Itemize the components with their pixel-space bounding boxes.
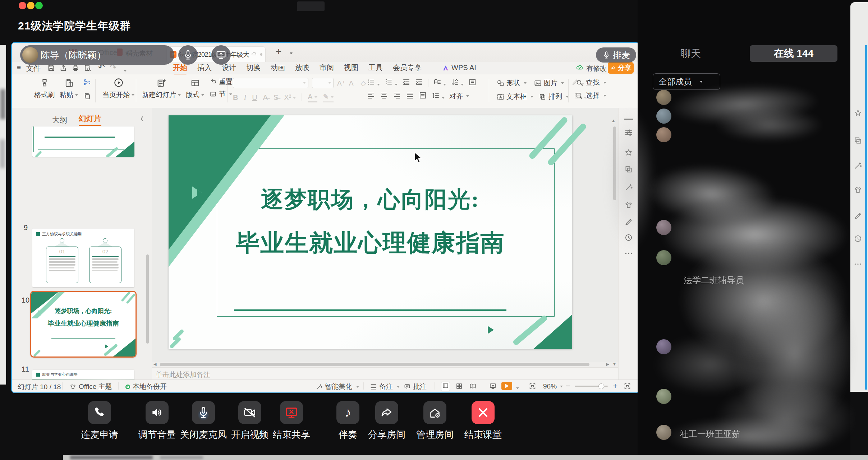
align-right-button[interactable] — [393, 91, 401, 101]
slide-thumbnail-8-partial[interactable] — [32, 126, 134, 157]
panel-scrollbar[interactable] — [146, 254, 149, 344]
justify-button[interactable] — [406, 91, 414, 101]
notes-bar[interactable]: 单击此处添加备注 — [152, 367, 619, 380]
tab-member[interactable]: 会员专享 — [393, 63, 422, 73]
align-center-button[interactable] — [380, 91, 388, 101]
char-spacing-button[interactable]: A̶ — [263, 93, 268, 102]
distribute-button[interactable] — [419, 91, 427, 101]
picture-button[interactable]: 图片 — [534, 78, 564, 88]
superscript-button[interactable]: X² — [284, 93, 296, 102]
slideshow-icon[interactable] — [489, 382, 497, 392]
new-slide-button[interactable]: 新建幻灯片 — [142, 77, 181, 100]
tab-review[interactable]: 审阅 — [320, 63, 334, 73]
cut-icon[interactable] — [83, 78, 92, 88]
local-backup-status[interactable]: 本地备份开 — [125, 382, 167, 391]
increase-font-icon[interactable]: A⁺ — [337, 79, 345, 87]
share-button[interactable]: 分享 — [608, 62, 634, 74]
decrease-font-icon[interactable]: A⁻ — [349, 79, 357, 87]
slide-sorter-view-button[interactable] — [455, 382, 463, 392]
save-icon[interactable] — [47, 64, 55, 74]
slides-tab[interactable]: 幻灯片 — [79, 114, 101, 126]
decrease-indent-button[interactable] — [402, 78, 410, 88]
format-painter-button[interactable]: 格式刷 — [34, 77, 55, 102]
share-room-button[interactable]: 分享房间 — [368, 401, 405, 441]
section-button[interactable]: 节 — [209, 89, 233, 99]
mute-mic-button[interactable]: 关闭麦克风 — [180, 401, 227, 441]
end-class-button[interactable]: 结束课堂 — [464, 401, 502, 441]
slide-canvas-area[interactable]: 逐梦职场，心向阳光: 毕业生就业心理健康指南 ▲ — [152, 108, 619, 362]
shapes-button[interactable]: 形状 — [496, 78, 527, 88]
theme-status[interactable]: Office 主题 — [69, 382, 112, 391]
tab-animation[interactable]: 动画 — [271, 63, 285, 73]
tab-slideshow[interactable]: 放映 — [295, 63, 309, 73]
slide-title-line1[interactable]: 逐梦职场，心向阳光: — [169, 184, 572, 215]
scroll-left-icon[interactable]: ◀ — [153, 362, 156, 367]
text-direction-button[interactable] — [433, 78, 446, 88]
align-box-button[interactable] — [468, 78, 477, 88]
zoom-traffic-light[interactable] — [35, 2, 43, 9]
tab-transition[interactable]: 切换 — [246, 63, 261, 73]
tab-view[interactable]: 视图 — [344, 63, 358, 73]
export-icon[interactable] — [59, 64, 67, 74]
align-left-button[interactable] — [367, 91, 375, 101]
h-scrollbar-thumb[interactable] — [160, 363, 589, 366]
online-tab[interactable]: 在线 144 — [750, 45, 837, 62]
adjust-volume-button[interactable]: 调节音量 — [138, 401, 176, 441]
textbox-button[interactable]: 文本框 — [496, 92, 533, 101]
font-color-button[interactable]: A — [308, 93, 317, 102]
tab-tools[interactable]: 工具 — [368, 63, 383, 73]
zoom-slider-knob[interactable] — [598, 383, 604, 389]
zoom-in-button[interactable]: + — [613, 381, 617, 391]
arrange-button[interactable]: 排列 — [538, 92, 569, 101]
fit-window-button[interactable] — [624, 382, 631, 392]
bullet-list-button[interactable] — [367, 78, 380, 88]
stop-sharing-button[interactable]: 结束共享 — [273, 401, 310, 441]
font-name-select[interactable] — [233, 78, 308, 88]
new-tab-button[interactable]: + — [276, 46, 281, 57]
clear-format-icon[interactable]: ◇ — [360, 79, 366, 87]
align-menu-button[interactable]: 对齐 — [449, 92, 469, 101]
increase-indent-button[interactable] — [415, 78, 423, 88]
start-video-button[interactable]: 开启视频 — [231, 401, 268, 441]
tab-list-chevron-icon[interactable] — [288, 50, 293, 56]
member-filter-dropdown[interactable]: 全部成员 — [653, 73, 720, 90]
tab-wps-ai[interactable]: WPS AI — [442, 64, 476, 72]
numbered-list-button[interactable] — [385, 78, 398, 88]
print-preview-icon[interactable] — [84, 64, 92, 74]
line-spacing-button[interactable] — [432, 91, 445, 101]
sort-text-button[interactable] — [451, 78, 464, 88]
toolbar-options-chevron-icon[interactable] — [122, 66, 127, 75]
zoom-out-button[interactable]: − — [565, 381, 570, 391]
slide-thumbnail-10-selected[interactable]: 逐梦职场，心向阳光: 毕业生就业心理健康指南 — [30, 291, 137, 358]
font-size-select[interactable] — [312, 78, 334, 88]
manage-room-button[interactable]: 管理房间 — [416, 401, 454, 441]
scroll-right-icon[interactable]: ▶ — [606, 362, 609, 367]
strikethrough-button[interactable]: S̶ — [274, 93, 278, 102]
zoom-slider-track[interactable] — [575, 386, 608, 387]
reading-view-button[interactable] — [469, 382, 477, 392]
print-icon[interactable] — [72, 64, 79, 74]
queue-mic-button[interactable]: 排麦 — [596, 47, 636, 63]
comments-button[interactable]: 批注 — [404, 382, 427, 391]
reset-button[interactable]: 重置 — [209, 77, 233, 87]
bold-button[interactable]: B — [233, 93, 238, 102]
underline-button[interactable]: U — [252, 93, 257, 102]
chat-tab[interactable]: 聊天 — [681, 47, 701, 60]
copy-icon[interactable] — [83, 92, 92, 102]
outline-tab[interactable]: 大纲 — [52, 115, 67, 125]
presenter-screenshare-button[interactable] — [211, 45, 231, 65]
fit-slide-button[interactable] — [529, 382, 536, 392]
paste-button[interactable]: 粘贴 — [60, 77, 78, 102]
presenter-mic-button[interactable] — [178, 45, 198, 65]
notes-button[interactable]: 备注 — [370, 382, 400, 391]
collapse-panel-icon[interactable]: ‹ — [141, 111, 143, 125]
file-menu[interactable]: 文件 — [26, 64, 41, 73]
tab-insert[interactable]: 插入 — [197, 63, 212, 73]
play-slideshow-button[interactable] — [501, 382, 512, 390]
play-from-current-button[interactable]: 当页开始 — [102, 77, 134, 100]
find-button[interactable]: 查找 — [575, 78, 606, 87]
play-options-chevron-icon[interactable] — [514, 384, 519, 392]
request-mic-button[interactable]: 连麦申请 — [81, 401, 118, 441]
highlight-color-button[interactable]: ✎ — [323, 92, 334, 102]
slide-title-line2[interactable]: 毕业生就业心理健康指南 — [169, 227, 572, 259]
